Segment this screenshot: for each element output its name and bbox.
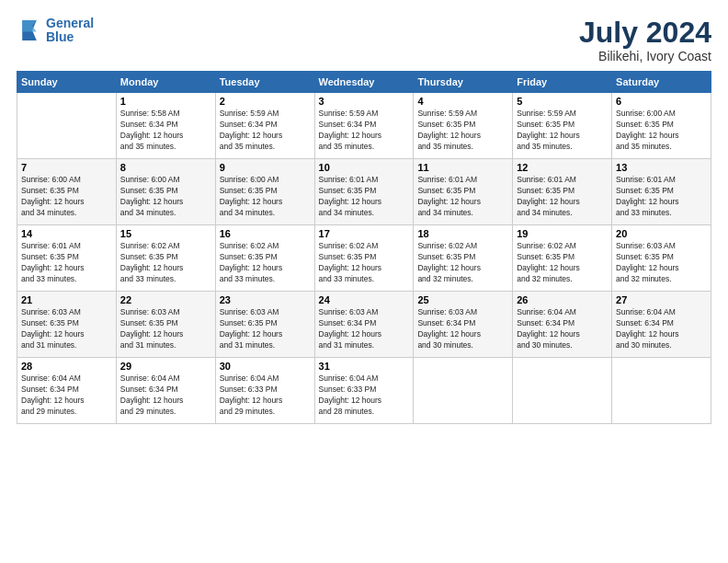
day-number: 19 bbox=[517, 228, 608, 239]
week-row-5: 28Sunrise: 6:04 AM Sunset: 6:34 PM Dayli… bbox=[17, 358, 711, 424]
day-info: Sunrise: 6:04 AM Sunset: 6:34 PM Dayligh… bbox=[21, 373, 112, 418]
day-info: Sunrise: 6:02 AM Sunset: 6:35 PM Dayligh… bbox=[319, 241, 410, 285]
calendar-cell: 12Sunrise: 6:01 AM Sunset: 6:35 PM Dayli… bbox=[513, 159, 612, 225]
day-info: Sunrise: 6:02 AM Sunset: 6:35 PM Dayligh… bbox=[120, 241, 211, 285]
calendar-cell: 9Sunrise: 6:00 AM Sunset: 6:35 PM Daylig… bbox=[215, 159, 314, 225]
subtitle: Bilikehi, Ivory Coast bbox=[579, 49, 711, 63]
day-info: Sunrise: 6:02 AM Sunset: 6:35 PM Dayligh… bbox=[417, 241, 508, 285]
calendar-cell: 21Sunrise: 6:03 AM Sunset: 6:35 PM Dayli… bbox=[17, 292, 117, 358]
calendar-cell: 5Sunrise: 5:59 AM Sunset: 6:35 PM Daylig… bbox=[513, 93, 612, 159]
week-row-1: 1Sunrise: 5:58 AM Sunset: 6:34 PM Daylig… bbox=[17, 93, 711, 159]
calendar-cell: 8Sunrise: 6:00 AM Sunset: 6:35 PM Daylig… bbox=[116, 159, 215, 225]
day-number: 3 bbox=[319, 96, 410, 107]
calendar-cell: 2Sunrise: 5:59 AM Sunset: 6:34 PM Daylig… bbox=[215, 93, 314, 159]
day-number: 28 bbox=[21, 361, 112, 372]
day-number: 21 bbox=[21, 294, 112, 305]
day-info: Sunrise: 5:59 AM Sunset: 6:35 PM Dayligh… bbox=[417, 109, 508, 153]
calendar-cell: 20Sunrise: 6:03 AM Sunset: 6:35 PM Dayli… bbox=[612, 225, 711, 292]
day-info: Sunrise: 6:03 AM Sunset: 6:35 PM Dayligh… bbox=[616, 241, 707, 285]
day-number: 7 bbox=[21, 162, 112, 173]
day-info: Sunrise: 6:03 AM Sunset: 6:34 PM Dayligh… bbox=[319, 307, 410, 351]
calendar-cell: 28Sunrise: 6:04 AM Sunset: 6:34 PM Dayli… bbox=[17, 358, 117, 424]
logo-line1: General bbox=[46, 16, 94, 30]
week-row-4: 21Sunrise: 6:03 AM Sunset: 6:35 PM Dayli… bbox=[17, 292, 711, 358]
day-number: 5 bbox=[517, 96, 608, 107]
day-info: Sunrise: 5:59 AM Sunset: 6:35 PM Dayligh… bbox=[517, 109, 608, 153]
day-info: Sunrise: 6:00 AM Sunset: 6:35 PM Dayligh… bbox=[616, 109, 707, 153]
day-number: 13 bbox=[616, 162, 707, 173]
day-info: Sunrise: 6:02 AM Sunset: 6:35 PM Dayligh… bbox=[220, 241, 311, 285]
day-info: Sunrise: 6:01 AM Sunset: 6:35 PM Dayligh… bbox=[417, 175, 508, 219]
day-number: 26 bbox=[517, 294, 608, 305]
calendar-cell: 23Sunrise: 6:03 AM Sunset: 6:35 PM Dayli… bbox=[215, 292, 314, 358]
calendar-cell: 29Sunrise: 6:04 AM Sunset: 6:34 PM Dayli… bbox=[116, 358, 215, 424]
logo: General Blue bbox=[17, 17, 94, 45]
calendar-cell: 6Sunrise: 6:00 AM Sunset: 6:35 PM Daylig… bbox=[612, 93, 711, 159]
day-info: Sunrise: 6:04 AM Sunset: 6:34 PM Dayligh… bbox=[120, 373, 211, 418]
day-number: 15 bbox=[120, 228, 211, 239]
day-number: 11 bbox=[417, 162, 508, 173]
header-cell-friday: Friday bbox=[513, 72, 612, 93]
calendar-cell: 31Sunrise: 6:04 AM Sunset: 6:33 PM Dayli… bbox=[314, 358, 414, 424]
day-number: 22 bbox=[120, 294, 211, 305]
header: General Blue July 2024 Bilikehi, Ivory C… bbox=[17, 17, 711, 63]
calendar-cell: 11Sunrise: 6:01 AM Sunset: 6:35 PM Dayli… bbox=[414, 159, 513, 225]
calendar-cell: 16Sunrise: 6:02 AM Sunset: 6:35 PM Dayli… bbox=[215, 225, 314, 292]
day-info: Sunrise: 6:04 AM Sunset: 6:33 PM Dayligh… bbox=[220, 373, 311, 418]
day-number: 2 bbox=[220, 96, 311, 107]
day-number: 6 bbox=[616, 96, 707, 107]
calendar-cell: 25Sunrise: 6:03 AM Sunset: 6:34 PM Dayli… bbox=[414, 292, 513, 358]
calendar-cell bbox=[513, 358, 612, 424]
day-number: 16 bbox=[220, 228, 311, 239]
calendar-cell: 4Sunrise: 5:59 AM Sunset: 6:35 PM Daylig… bbox=[414, 93, 513, 159]
title-block: July 2024 Bilikehi, Ivory Coast bbox=[579, 17, 711, 63]
calendar-cell: 7Sunrise: 6:00 AM Sunset: 6:35 PM Daylig… bbox=[17, 159, 117, 225]
day-info: Sunrise: 5:59 AM Sunset: 6:34 PM Dayligh… bbox=[319, 109, 410, 153]
header-cell-sunday: Sunday bbox=[17, 72, 117, 93]
week-row-2: 7Sunrise: 6:00 AM Sunset: 6:35 PM Daylig… bbox=[17, 159, 711, 225]
day-info: Sunrise: 6:03 AM Sunset: 6:35 PM Dayligh… bbox=[120, 307, 211, 351]
day-info: Sunrise: 5:58 AM Sunset: 6:34 PM Dayligh… bbox=[120, 109, 211, 153]
calendar-cell: 30Sunrise: 6:04 AM Sunset: 6:33 PM Dayli… bbox=[215, 358, 314, 424]
calendar-cell: 13Sunrise: 6:01 AM Sunset: 6:35 PM Dayli… bbox=[612, 159, 711, 225]
day-number: 25 bbox=[417, 294, 508, 305]
week-row-3: 14Sunrise: 6:01 AM Sunset: 6:35 PM Dayli… bbox=[17, 225, 711, 292]
calendar-cell bbox=[612, 358, 711, 424]
day-number: 4 bbox=[417, 96, 508, 107]
day-number: 12 bbox=[517, 162, 608, 173]
calendar-cell: 17Sunrise: 6:02 AM Sunset: 6:35 PM Dayli… bbox=[314, 225, 414, 292]
day-info: Sunrise: 6:00 AM Sunset: 6:35 PM Dayligh… bbox=[120, 175, 211, 219]
calendar-cell: 22Sunrise: 6:03 AM Sunset: 6:35 PM Dayli… bbox=[116, 292, 215, 358]
day-number: 23 bbox=[220, 294, 311, 305]
day-number: 17 bbox=[319, 228, 410, 239]
day-number: 14 bbox=[21, 228, 112, 239]
day-number: 20 bbox=[616, 228, 707, 239]
day-info: Sunrise: 6:03 AM Sunset: 6:35 PM Dayligh… bbox=[21, 307, 112, 351]
day-number: 10 bbox=[319, 162, 410, 173]
header-row: SundayMondayTuesdayWednesdayThursdayFrid… bbox=[17, 72, 711, 93]
calendar-cell: 19Sunrise: 6:02 AM Sunset: 6:35 PM Dayli… bbox=[513, 225, 612, 292]
calendar-cell: 26Sunrise: 6:04 AM Sunset: 6:34 PM Dayli… bbox=[513, 292, 612, 358]
calendar-cell bbox=[414, 358, 513, 424]
day-number: 29 bbox=[120, 361, 211, 372]
day-number: 9 bbox=[220, 162, 311, 173]
calendar-cell: 10Sunrise: 6:01 AM Sunset: 6:35 PM Dayli… bbox=[314, 159, 414, 225]
day-number: 27 bbox=[616, 294, 707, 305]
calendar-cell: 27Sunrise: 6:04 AM Sunset: 6:34 PM Dayli… bbox=[612, 292, 711, 358]
day-info: Sunrise: 6:01 AM Sunset: 6:35 PM Dayligh… bbox=[616, 175, 707, 219]
day-info: Sunrise: 6:02 AM Sunset: 6:35 PM Dayligh… bbox=[517, 241, 608, 285]
header-cell-thursday: Thursday bbox=[414, 72, 513, 93]
calendar-cell: 18Sunrise: 6:02 AM Sunset: 6:35 PM Dayli… bbox=[414, 225, 513, 292]
day-number: 1 bbox=[120, 96, 211, 107]
day-info: Sunrise: 6:01 AM Sunset: 6:35 PM Dayligh… bbox=[21, 241, 112, 285]
logo-text: General Blue bbox=[46, 17, 94, 45]
day-info: Sunrise: 6:00 AM Sunset: 6:35 PM Dayligh… bbox=[220, 175, 311, 219]
calendar-table: SundayMondayTuesdayWednesdayThursdayFrid… bbox=[17, 71, 711, 424]
calendar-cell: 24Sunrise: 6:03 AM Sunset: 6:34 PM Dayli… bbox=[314, 292, 414, 358]
day-info: Sunrise: 6:04 AM Sunset: 6:33 PM Dayligh… bbox=[319, 373, 410, 418]
header-cell-tuesday: Tuesday bbox=[215, 72, 314, 93]
day-info: Sunrise: 6:03 AM Sunset: 6:34 PM Dayligh… bbox=[417, 307, 508, 351]
svg-marker-2 bbox=[22, 21, 37, 32]
main-title: July 2024 bbox=[579, 17, 711, 49]
calendar-cell: 1Sunrise: 5:58 AM Sunset: 6:34 PM Daylig… bbox=[116, 93, 215, 159]
